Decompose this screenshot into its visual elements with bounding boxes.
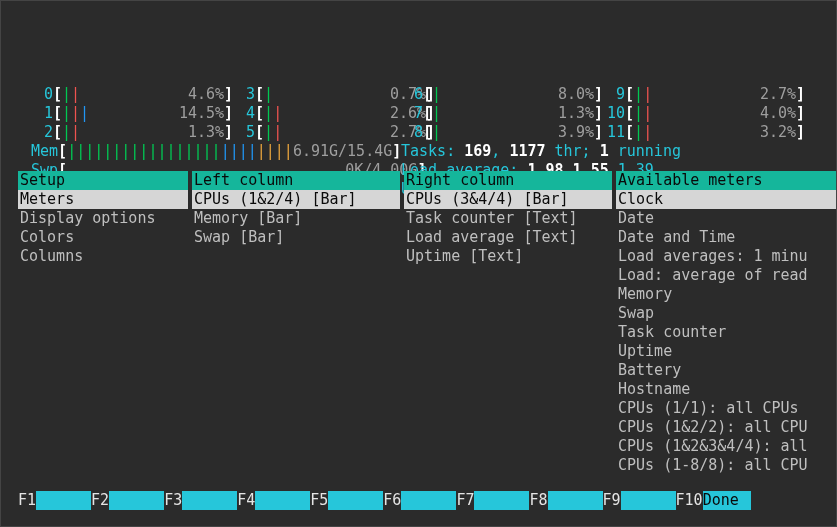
available-meter-item[interactable]: Hostname [616,380,836,399]
available-meter-item[interactable]: CPUs (1&2/2): all CPU [616,418,836,437]
right-column-item[interactable]: Uptime [Text] [404,247,612,266]
available-meter-item[interactable]: Memory [616,285,836,304]
cpu-meter-1: 1[|||14.5%] [31,104,233,123]
fkey-f1[interactable]: F1 [18,491,91,510]
cpu-meter-10: 10[||4.0%] [603,104,805,123]
right-column-title: Right column [404,171,612,190]
available-meter-item[interactable]: Date [616,209,836,228]
setup-menu-item[interactable]: Meters [18,190,188,209]
available-meter-item[interactable]: Clock [616,190,836,209]
available-meter-item[interactable]: Load averages: 1 minu [616,247,836,266]
cpu-meter-8: 8[|3.9%] [401,123,603,142]
right-column-item[interactable]: Load average [Text] [404,228,612,247]
fkey-f10[interactable]: F10Done [676,491,751,510]
setup-menu-title: Setup [18,171,188,190]
fkey-f5[interactable]: F5 [310,491,383,510]
fkey-f6[interactable]: F6 [383,491,456,510]
fkey-f7[interactable]: F7 [456,491,529,510]
setup-menu-item[interactable]: Columns [18,247,188,266]
fkey-f9[interactable]: F9 [603,491,676,510]
available-meter-item[interactable]: Date and Time [616,228,836,247]
left-column-item[interactable]: Swap [Bar] [192,228,400,247]
available-meters-panel: Available metersClockDateDate and TimeLo… [616,171,836,475]
fkey-f3[interactable]: F3 [164,491,237,510]
right-column-panel: Right columnCPUs (3&4/4) [Bar]Task count… [404,171,612,475]
cpu-meter-0: 0[||4.6%] [31,85,233,104]
setup-menu-column: SetupMetersDisplay optionsColorsColumns [18,171,188,475]
tasks-counter: Tasks: 169, 1177 thr; 1 running [401,142,820,161]
right-column-item[interactable]: CPUs (3&4/4) [Bar] [404,190,612,209]
fkey-f4[interactable]: F4 [237,491,310,510]
cpu-meter-11: 11[||3.2%] [603,123,805,142]
function-key-bar: F1F2F3F4F5F6F7F8F9F10Done [18,491,751,510]
setup-panels: SetupMetersDisplay optionsColorsColumns … [18,171,836,475]
left-column-title: Left column [192,171,400,190]
available-meter-item[interactable]: Battery [616,361,836,380]
available-meter-item[interactable]: Task counter [616,323,836,342]
cpu-meter-7: 7[|1.3%] [401,104,603,123]
available-meter-item[interactable]: CPUs (1/1): all CPUs [616,399,836,418]
available-meter-title: Available meters [616,171,836,190]
htop-setup-screen: 0[||4.6%] 3[|0.7%]1[|||14.5%] 4[||2.6%]2… [0,0,837,527]
available-meter-item[interactable]: Load: average of read [616,266,836,285]
memory-meter: Mem[|||||||||||||||||||||||||6.91G/15.4G… [31,142,401,161]
fkey-f2[interactable]: F2 [91,491,164,510]
available-meter-item[interactable]: Uptime [616,342,836,361]
available-meter-item[interactable]: CPUs (1&2&3&4/4): all [616,437,836,456]
left-column-panel: Left columnCPUs (1&2/4) [Bar]Memory [Bar… [192,171,400,475]
available-meter-item[interactable]: CPUs (1-8/8): all CPU [616,456,836,475]
fkey-f8[interactable]: F8 [529,491,602,510]
cpu-meter-2: 2[||1.3%] [31,123,233,142]
left-column-item[interactable]: Memory [Bar] [192,209,400,228]
cpu-meter-9: 9[||2.7%] [603,85,805,104]
left-column-item[interactable]: CPUs (1&2/4) [Bar] [192,190,400,209]
setup-menu-item[interactable]: Colors [18,228,188,247]
cpu-meter-6: 6[|8.0%] [401,85,603,104]
available-meter-item[interactable]: Swap [616,304,836,323]
setup-menu-item[interactable]: Display options [18,209,188,228]
right-column-item[interactable]: Task counter [Text] [404,209,612,228]
